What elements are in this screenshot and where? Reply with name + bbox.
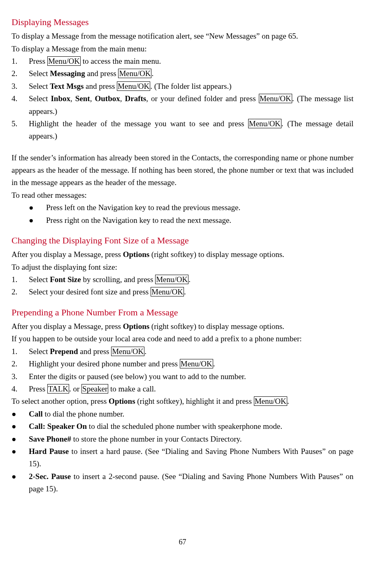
- text: (right softkey) to display message optio…: [149, 322, 284, 331]
- text: Select your desired font size and press: [29, 287, 151, 296]
- text: Select: [29, 275, 50, 284]
- list-number: 2.: [12, 67, 29, 80]
- list-item: 1. Select Font Size by scrolling, and pr…: [12, 273, 353, 286]
- text: by scrolling, and press: [81, 275, 155, 284]
- paragraph: After you display a Message, press Optio…: [12, 248, 353, 261]
- text: . (The folder list appears.): [150, 82, 231, 90]
- key-label: Menu/OK: [47, 56, 81, 66]
- list-number: 2.: [12, 286, 29, 298]
- list-text: Select your desired font size and press …: [29, 286, 353, 298]
- bullet-icon: ●: [29, 214, 46, 227]
- bold-text: Options: [109, 397, 135, 405]
- text: Highlight your desired phone number and …: [29, 359, 180, 368]
- text: to make a call.: [108, 384, 156, 393]
- key-label: Menu/OK: [118, 69, 151, 78]
- paragraph: If the sender’s information has already …: [12, 152, 353, 189]
- bullet-text: Press right on the Navigation key to rea…: [46, 214, 353, 227]
- bullet-text: 2-Sec. Pause to insert a 2-second pause.…: [29, 470, 353, 495]
- bullet-text: Save Phone# to store the phone number in…: [29, 433, 353, 445]
- list-item: 2. Select Messaging and press Menu/OK.: [12, 67, 353, 80]
- bold-text: Messaging: [50, 69, 85, 78]
- key-label: Menu/OK: [254, 396, 287, 406]
- paragraph: To read other messages:: [12, 189, 353, 201]
- list-text: Highlight your desired phone number and …: [29, 358, 353, 370]
- text: Select: [29, 82, 50, 90]
- list-text: Select Text Msgs and press Menu/OK. (The…: [29, 80, 353, 93]
- bold-text: Hard Pause: [29, 447, 69, 456]
- bold-text: Font Size: [50, 275, 81, 284]
- list-number: 1.: [12, 273, 29, 286]
- list-item: 3. Enter the digits or paused (see below…: [12, 370, 353, 383]
- list-number: 4.: [12, 93, 29, 118]
- text: to insert a hard pause. (See “Dialing an…: [29, 447, 353, 468]
- list-item: 5. Highlight the header of the message y…: [12, 118, 353, 143]
- paragraph: If you happen to be outside your local a…: [12, 333, 353, 345]
- bullet-text: Call: Speaker On to dial the scheduled p…: [29, 420, 353, 433]
- list-text: Select Messaging and press Menu/OK.: [29, 67, 353, 80]
- text: , or your defined folder and press: [146, 94, 258, 103]
- bullet-icon: ●: [12, 433, 29, 445]
- bullet-text: Hard Pause to insert a hard pause. (See …: [29, 445, 353, 470]
- key-label: TALK: [47, 384, 69, 394]
- text: .: [287, 397, 289, 405]
- bold-text: Outbox: [95, 94, 120, 103]
- list-item: 4. Press TALK. or Speaker to make a call…: [12, 383, 353, 395]
- bullet-item: ● 2-Sec. Pause to insert a 2-second paus…: [12, 470, 353, 495]
- paragraph: To select another option, press Options …: [12, 395, 353, 407]
- text: ,: [120, 94, 125, 103]
- text: to insert a 2-second pause. (See “Dialin…: [29, 472, 353, 493]
- page-number: 67: [12, 536, 353, 548]
- paragraph: To adjust the displaying font size:: [12, 261, 353, 273]
- list-text: Press Menu/OK to access the main menu.: [29, 55, 353, 67]
- bullet-item: ● Hard Pause to insert a hard pause. (Se…: [12, 445, 353, 470]
- bullet-item: ● Call: Speaker On to dial the scheduled…: [12, 420, 353, 433]
- bullet-text: Press left on the Navigation key to read…: [46, 201, 353, 214]
- key-label: Menu/OK: [111, 347, 144, 356]
- list-number: 3.: [12, 80, 29, 93]
- bold-text: Text Msgs: [50, 82, 84, 90]
- text: To select another option, press: [12, 397, 109, 405]
- heading-displaying-messages: Displaying Messages: [12, 15, 353, 29]
- bullet-icon: ●: [12, 408, 29, 420]
- text: ,: [70, 94, 75, 103]
- bullet-icon: ●: [12, 420, 29, 433]
- list-number: 4.: [12, 383, 29, 395]
- list-text: Press TALK. or Speaker to make a call.: [29, 383, 353, 395]
- text: .: [188, 275, 191, 284]
- key-label: Menu/OK: [248, 119, 281, 128]
- list-item: 2. Highlight your desired phone number a…: [12, 358, 353, 370]
- bullet-icon: ●: [29, 201, 46, 214]
- text: After you display a Message, press: [12, 322, 123, 331]
- bullet-item: ● Call to dial the phone number.: [12, 408, 353, 420]
- text: .: [184, 287, 186, 296]
- list-item: 1. Select Prepend and press Menu/OK.: [12, 345, 353, 358]
- bullet-item: ● Press right on the Navigation key to r…: [12, 214, 353, 227]
- key-label: Menu/OK: [155, 275, 188, 284]
- text: and press: [78, 347, 111, 356]
- key-label: Menu/OK: [259, 94, 292, 103]
- text: .: [151, 69, 153, 78]
- bold-text: Sent: [75, 94, 90, 103]
- key-label: Menu/OK: [117, 81, 150, 91]
- bullet-item: ● Press left on the Navigation key to re…: [12, 201, 353, 214]
- paragraph: After you display a Message, press Optio…: [12, 320, 353, 333]
- bold-text: Call: Speaker On: [29, 422, 87, 431]
- list-text: Highlight the header of the message you …: [29, 118, 353, 143]
- text: After you display a Message, press: [12, 250, 123, 259]
- bold-text: Save Phone#: [29, 435, 71, 443]
- bullet-icon: ●: [12, 445, 29, 470]
- bold-text: 2-Sec. Pause: [29, 472, 71, 481]
- list-number: 2.: [12, 358, 29, 370]
- text: .: [213, 359, 215, 368]
- list-text: Select Font Size by scrolling, and press…: [29, 273, 353, 286]
- bullet-item: ● Save Phone# to store the phone number …: [12, 433, 353, 445]
- paragraph: To display a Message from the main menu:: [12, 43, 353, 55]
- list-item: 2. Select your desired font size and pre…: [12, 286, 353, 298]
- list-text: Select Prepend and press Menu/OK.: [29, 345, 353, 358]
- bold-text: Inbox: [51, 94, 70, 103]
- heading-prepending-number: Prepending a Phone Number From a Message: [12, 305, 353, 319]
- text: (right softkey) to display message optio…: [149, 250, 284, 259]
- paragraph: To display a Message from the message no…: [12, 30, 353, 42]
- bold-text: Options: [123, 250, 149, 259]
- bold-text: Call: [29, 410, 43, 418]
